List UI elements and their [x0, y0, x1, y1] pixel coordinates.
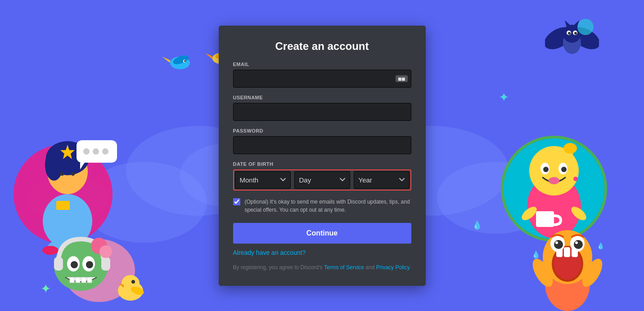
- email-consent-row: (Optional) It's okay to send me emails w…: [233, 198, 411, 214]
- password-input[interactable]: [233, 136, 411, 154]
- email-label: EMAIL: [233, 62, 411, 67]
- create-account-modal: Create an account EMAIL ◼◼ USERNAME PASS…: [219, 26, 426, 286]
- email-consent-checkbox[interactable]: [233, 198, 240, 205]
- email-input[interactable]: [233, 70, 411, 88]
- terms-prefix: By registering, you agree to Discord's: [233, 264, 324, 271]
- login-link[interactable]: Already have an account?: [233, 249, 411, 256]
- terms-of-service-link[interactable]: Terms of Service: [324, 264, 364, 271]
- year-select[interactable]: Year 2024202320102000 199019801970: [354, 171, 410, 189]
- email-input-wrapper: ◼◼: [233, 70, 411, 88]
- month-select[interactable]: Month January February March April May J…: [235, 171, 291, 189]
- dob-row: Month January February March April May J…: [233, 169, 411, 191]
- terms-end: .: [410, 264, 411, 271]
- terms-and: and: [364, 264, 376, 271]
- modal-title: Create an account: [233, 40, 411, 53]
- modal-wrapper: Create an account EMAIL ◼◼ USERNAME PASS…: [0, 0, 644, 311]
- username-label: USERNAME: [233, 95, 411, 100]
- continue-button[interactable]: Continue: [233, 223, 411, 244]
- password-label: PASSWORD: [233, 128, 411, 133]
- day-select[interactable]: Day 12345 678910 1112131415 1617181920 2…: [294, 171, 350, 189]
- privacy-policy-link[interactable]: Privacy Policy: [376, 264, 410, 271]
- username-input[interactable]: [233, 103, 411, 121]
- email-badge-icon: ◼◼: [396, 75, 407, 82]
- email-consent-label: (Optional) It's okay to send me emails w…: [245, 198, 411, 214]
- dob-label: DATE OF BIRTH: [233, 161, 411, 167]
- terms-text: By registering, you agree to Discord's T…: [233, 263, 411, 271]
